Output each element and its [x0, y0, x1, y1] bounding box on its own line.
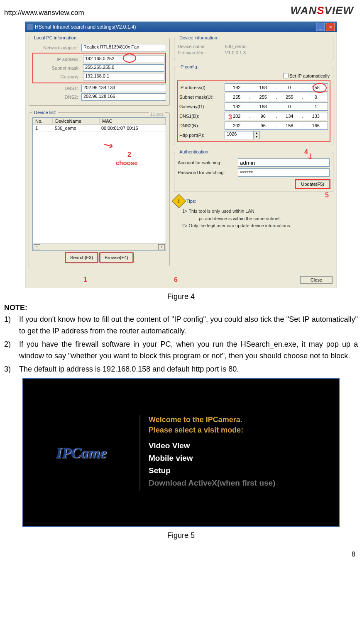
- network-adapter-select[interactable]: Realtek RTL8139/810x Fan: [81, 44, 166, 51]
- device-name-value: 530_demo: [223, 44, 330, 49]
- tips-section: ! Tips: 1> This tool is only used within…: [174, 196, 333, 230]
- figure-5-caption: Figure 5: [0, 531, 362, 540]
- device-count: 11 pcs: [149, 112, 165, 117]
- local-dns2-field[interactable]: 202.96.128.166: [81, 93, 166, 101]
- close-button[interactable]: Close: [300, 276, 333, 284]
- app-window: HSerial Intranet search and settings(V2.…: [25, 22, 337, 288]
- ipcamera-logo: IPCame: [56, 444, 107, 462]
- close-window-button[interactable]: ✕: [326, 23, 335, 31]
- device-list-group: Device list: 11 pcs No. DeviceName MAC 1…: [29, 110, 170, 266]
- dns1-field[interactable]: 202. 96. 134. 133: [225, 112, 328, 120]
- figure-5-screenshot: IPCame Welcome to the IPCamera. Please s…: [22, 378, 340, 527]
- device-list[interactable]: No. DeviceName MAC 1 530_demo 00:00:01:0…: [32, 117, 166, 251]
- ip-address-field[interactable]: 192. 168. 0. 158: [225, 83, 328, 92]
- dns2-field[interactable]: 202. 96. 158. 166: [225, 122, 328, 130]
- local-pc-group: Local PC information: Network adapter: R…: [29, 35, 170, 106]
- brand-logo: WANSVIEW: [291, 4, 354, 17]
- figure-4-caption: Figure 4: [0, 292, 362, 301]
- device-list-row[interactable]: 1 530_demo 00:00:01:07:00:15: [33, 125, 166, 132]
- annotation-1: 1: [83, 276, 87, 284]
- note-heading: NOTE:: [4, 304, 358, 312]
- annotation-choose: choose: [116, 159, 138, 166]
- scroll-left-button[interactable]: ‹: [34, 244, 40, 250]
- note-list: 1)If you don't know how to fill out the …: [4, 314, 358, 375]
- titlebar: HSerial Intranet search and settings(V2.…: [25, 22, 337, 32]
- local-dns1-field[interactable]: 202.96.134.133: [81, 85, 166, 92]
- firmware-value: V1.0.0.1.3: [223, 50, 330, 55]
- app-icon: [27, 24, 33, 30]
- subnet-mask-field[interactable]: 255. 255. 255. 0: [225, 93, 328, 101]
- annotation-5: 5: [325, 192, 329, 199]
- browse-button[interactable]: Browse(F4): [100, 253, 133, 262]
- local-subnet-field[interactable]: 255.255.255.0: [83, 64, 164, 72]
- update-button[interactable]: Update(F5): [296, 180, 330, 188]
- ip-config-group: IP config.: Set IP automatically IP addr…: [174, 64, 333, 145]
- annotation-3: 3: [228, 114, 232, 121]
- auto-ip-checkbox[interactable]: [283, 73, 289, 78]
- gateway-field[interactable]: 192. 168. 0. 1: [225, 102, 328, 111]
- password-input[interactable]: [238, 168, 330, 177]
- setup-link[interactable]: Setup: [149, 466, 339, 475]
- annotation-circle: [313, 83, 327, 93]
- port-spinner[interactable]: ▲▼: [254, 131, 260, 139]
- account-input[interactable]: [238, 158, 330, 167]
- http-port-field[interactable]: 1026: [225, 131, 254, 139]
- mobile-view-link[interactable]: Mobile view: [149, 454, 339, 463]
- annotation-circle: [123, 53, 136, 63]
- video-view-link[interactable]: Video View: [149, 441, 339, 450]
- annotation-6: 6: [174, 276, 178, 284]
- device-info-group: Device information: Device name: 530_dem…: [174, 35, 333, 60]
- minimize-button[interactable]: _: [316, 23, 325, 31]
- window-title: HSerial Intranet search and settings(V2.…: [35, 24, 136, 30]
- site-url: http://www.wansview.com: [4, 9, 84, 17]
- search-button[interactable]: Search(F3): [66, 253, 98, 262]
- local-gateway-field[interactable]: 192.168.0.1: [83, 73, 164, 80]
- scroll-right-button[interactable]: ›: [158, 244, 165, 250]
- page-header: http://www.wansview.com WANSVIEW: [0, 0, 362, 18]
- annotation-2: 2: [127, 151, 131, 158]
- page-number: 8: [0, 542, 362, 561]
- download-activex-link[interactable]: Download ActiveX(when first use): [149, 479, 339, 488]
- auth-group: Authentication: 4 ↗ Account for watching…: [174, 149, 333, 192]
- warning-icon: !: [172, 194, 186, 208]
